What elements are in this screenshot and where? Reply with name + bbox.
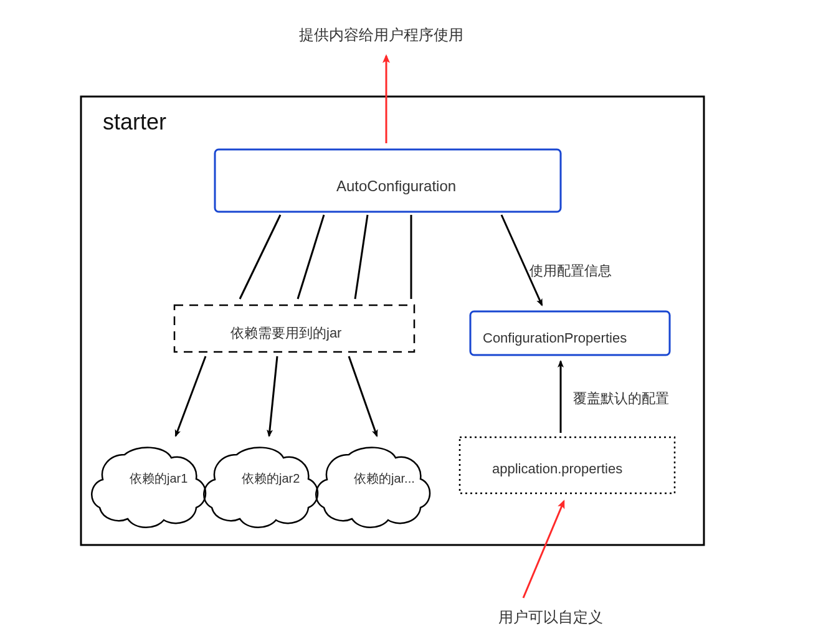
override-default-label: 覆盖默认的配置 <box>573 389 669 408</box>
jar1-cloud <box>92 448 206 528</box>
arrow-user-custom <box>523 501 564 598</box>
arrow-jarbox-jar1 <box>176 356 206 436</box>
jar3-label: 依赖的jar... <box>354 470 415 487</box>
jar1-label: 依赖的jar1 <box>130 470 188 487</box>
use-config-info-label: 使用配置信息 <box>530 262 612 280</box>
user-custom-label: 用户可以自定义 <box>498 607 603 627</box>
jar3-cloud <box>316 448 430 528</box>
line-autoconfig-jarbox-2 <box>298 215 324 299</box>
autoconfiguration-label: AutoConfiguration <box>336 178 456 195</box>
configuration-properties-label: ConfigurationProperties <box>483 330 627 346</box>
jar2-cloud <box>204 448 318 528</box>
application-properties-label: application.properties <box>492 461 622 477</box>
line-autoconfig-jarbox-1 <box>240 215 280 299</box>
jar-dependencies-label: 依赖需要用到的jar <box>230 324 341 343</box>
diagram-canvas <box>0 0 836 644</box>
top-annotation-label: 提供内容给用户程序使用 <box>299 25 463 45</box>
arrow-jarbox-jar3 <box>349 356 377 436</box>
arrow-jarbox-jar2 <box>269 356 277 436</box>
starter-title-label: starter <box>103 109 166 135</box>
line-autoconfig-jarbox-3 <box>355 215 368 299</box>
arrow-use-config-info <box>501 215 542 305</box>
jar2-label: 依赖的jar2 <box>242 470 300 487</box>
